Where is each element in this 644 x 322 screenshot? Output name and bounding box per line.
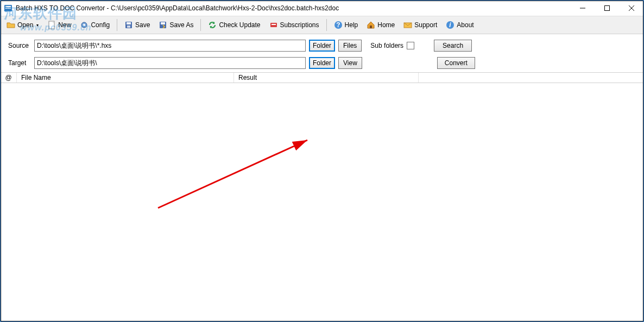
about-button[interactable]: i About [442,18,477,31]
new-label: New [58,21,71,29]
convert-button[interactable]: Convert [437,57,475,69]
form-area: Source Folder Files Sub folders Search T… [1,34,643,72]
minimize-button[interactable] [570,1,595,16]
check-update-label: Check Update [219,21,260,29]
close-button[interactable] [619,1,643,16]
home-button[interactable]: Home [363,18,399,31]
source-folder-button[interactable]: Folder [309,40,335,52]
gear-icon [80,21,89,29]
toolbar-separator [326,19,327,31]
sub-folders-label: Sub folders [370,42,403,49]
titlebar: Batch HXS TO DOC Convertor - C:\Users\pc… [1,1,643,16]
new-file-icon [47,21,56,29]
search-button[interactable]: Search [434,40,472,52]
help-button[interactable]: ? Help [330,18,362,31]
save-label: Save [135,21,150,29]
window-controls [570,1,643,16]
refresh-icon [208,21,217,29]
window-title: Batch HXS TO DOC Convertor - C:\Users\pc… [16,4,570,12]
toolbar: Open ▾ New Config Save Save As Check Upd… [1,16,643,34]
subscriptions-button[interactable]: Subscriptions [266,18,323,31]
open-button[interactable]: Open ▾ [3,18,42,31]
save-as-label: Save As [169,21,193,29]
svg-text:?: ? [336,21,340,29]
svg-rect-12 [127,26,130,28]
disk-icon [124,21,133,29]
sub-folders-checkbox[interactable] [407,42,414,49]
table-body[interactable] [1,83,643,321]
app-window: Batch HXS TO DOC Convertor - C:\Users\pc… [0,0,644,322]
envelope-icon [403,21,412,29]
save-button[interactable]: Save [121,18,154,31]
save-as-button[interactable]: Save As [155,18,197,31]
help-icon: ? [334,21,343,29]
svg-rect-11 [127,22,131,24]
support-label: Support [414,21,437,29]
config-button[interactable]: Config [76,18,113,31]
col-file-name[interactable]: File Name [17,73,234,83]
disk-arrow-icon [159,21,167,29]
svg-rect-2 [5,8,11,9]
target-folder-button[interactable]: Folder [309,57,335,69]
toolbar-separator [200,19,201,31]
app-icon [4,4,12,12]
table-header: @ File Name Result [1,72,643,83]
target-input[interactable] [34,57,306,69]
chevron-down-icon: ▾ [36,23,39,28]
col-spacer [419,73,643,83]
subscriptions-label: Subscriptions [280,21,319,29]
svg-rect-16 [272,24,276,25]
svg-rect-4 [604,6,609,11]
home-icon [367,21,375,29]
config-label: Config [91,21,110,29]
about-label: About [457,21,473,29]
col-result[interactable]: Result [234,73,419,83]
check-update-button[interactable]: Check Update [204,18,264,31]
info-icon: i [446,21,454,29]
toolbar-separator [117,19,117,31]
svg-rect-19 [370,26,372,28]
support-button[interactable]: Support [400,18,441,31]
source-label: Source [8,42,31,49]
col-at[interactable]: @ [1,73,17,83]
sub-folders-group: Sub folders [370,42,414,49]
target-row: Target Folder View Convert [8,57,636,69]
view-button[interactable]: View [338,57,362,69]
folder-open-icon [7,21,15,29]
help-label: Help [345,21,358,29]
new-button[interactable]: New [43,18,75,31]
open-label: Open [17,21,33,29]
svg-point-9 [83,24,85,26]
cart-icon [269,21,278,29]
svg-line-23 [158,140,307,208]
source-input[interactable] [34,40,306,52]
annotation-arrow [153,137,315,213]
svg-rect-1 [5,6,11,7]
svg-rect-14 [161,22,165,24]
files-button[interactable]: Files [338,40,362,52]
home-label: Home [377,21,395,29]
maximize-button[interactable] [595,1,619,16]
source-row: Source Folder Files Sub folders Search [8,40,636,52]
target-label: Target [8,59,31,67]
